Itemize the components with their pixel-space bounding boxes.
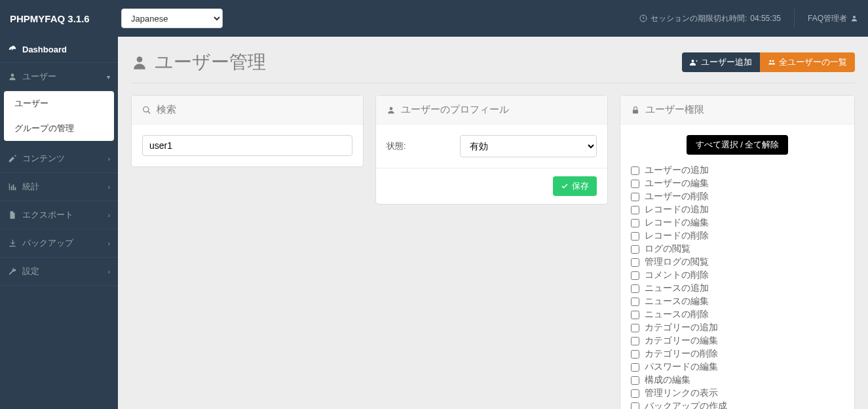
toggle-all-button[interactable]: すべて選択 / 全て解除 (687, 135, 789, 155)
permission-label: ニュースの削除 (645, 309, 709, 321)
divider (794, 9, 795, 28)
nav-backup[interactable]: バックアップ › (0, 229, 118, 258)
svg-point-5 (770, 60, 772, 62)
all-users-button[interactable]: 全ユーザーの一覧 (760, 52, 855, 72)
permission-checkbox[interactable] (631, 166, 639, 175)
lock-icon (631, 106, 640, 115)
permission-item: カテゴリーの編集 (631, 334, 844, 347)
card-title: ユーザー権限 (645, 104, 704, 116)
subnav-groups[interactable]: グループの管理 (4, 116, 114, 141)
permission-label: カテゴリーの編集 (645, 335, 718, 347)
permission-label: ユーザーの編集 (645, 178, 709, 189)
nav-label: 統計 (22, 181, 39, 193)
file-icon (8, 210, 17, 220)
user-icon (850, 14, 858, 22)
button-label: ユーザー追加 (701, 56, 752, 68)
nav-label: ユーザー (22, 71, 56, 83)
wrench-icon (8, 267, 17, 276)
permission-item: ユーザーの編集 (631, 177, 844, 190)
permission-checkbox[interactable] (631, 389, 639, 398)
permission-checkbox[interactable] (631, 258, 639, 267)
permission-checkbox[interactable] (631, 298, 639, 306)
permission-checkbox[interactable] (631, 271, 639, 280)
nav-dashboard[interactable]: Dashboard (0, 37, 118, 63)
permission-item: 管理リンクの表示 (631, 387, 844, 400)
permission-checkbox[interactable] (631, 193, 639, 201)
nav-label: 設定 (22, 265, 39, 277)
permission-checkbox[interactable] (631, 206, 639, 214)
chevron-down-icon: ▾ (107, 73, 110, 81)
user-icon (387, 106, 396, 115)
nav-label: Dashboard (22, 45, 67, 54)
user-icon (131, 54, 148, 71)
permission-item: カテゴリーの追加 (631, 321, 844, 334)
svg-point-4 (692, 60, 694, 62)
nav-export[interactable]: エクスポート › (0, 201, 118, 229)
permission-item: カテゴリーの削除 (631, 347, 844, 360)
download-icon (8, 239, 17, 248)
permission-label: 管理ログの閲覧 (645, 256, 709, 268)
permission-item: レコードの編集 (631, 216, 844, 229)
svg-point-8 (390, 107, 393, 110)
save-button[interactable]: 保存 (553, 176, 597, 196)
sidebar: Dashboard ユーザー ▾ ユーザー グループの管理 コンテンツ › 統計… (0, 37, 118, 409)
permission-checkbox[interactable] (631, 219, 639, 227)
permission-item: 構成の編集 (631, 374, 844, 387)
search-card: 検索 (131, 95, 364, 167)
status-label: 状態: (387, 140, 452, 152)
chevron-right-icon: › (108, 184, 110, 191)
permission-label: レコードの編集 (645, 217, 709, 229)
profile-card: ユーザーのプロフィール 状態: 有効 保存 (375, 95, 608, 204)
svg-point-2 (11, 73, 14, 77)
nav-label: エクスポート (22, 209, 73, 221)
nav-stats[interactable]: 統計 › (0, 173, 118, 201)
status-select[interactable]: 有効 (460, 135, 597, 157)
permission-item: レコードの追加 (631, 203, 844, 216)
permission-item: コメントの削除 (631, 269, 844, 282)
permission-item: ニュースの編集 (631, 295, 844, 308)
svg-point-3 (137, 56, 143, 62)
subnav-users[interactable]: ユーザー (4, 91, 114, 116)
search-icon (142, 106, 151, 115)
permission-label: ニュースの追加 (645, 282, 709, 294)
svg-rect-9 (633, 109, 638, 113)
chevron-right-icon: › (108, 268, 110, 275)
permission-label: 構成の編集 (645, 374, 690, 386)
button-label: 保存 (572, 180, 589, 192)
nav-label: バックアップ (22, 237, 73, 249)
permission-item: レコードの削除 (631, 229, 844, 243)
permission-checkbox[interactable] (631, 376, 639, 385)
permission-checkbox[interactable] (631, 311, 639, 319)
permission-item: ログの閲覧 (631, 243, 844, 256)
permission-checkbox[interactable] (631, 245, 639, 254)
permission-label: コメントの削除 (645, 269, 709, 281)
permission-label: ログの閲覧 (645, 243, 690, 255)
search-input[interactable] (142, 135, 352, 156)
language-select[interactable]: Japanese (121, 9, 223, 28)
permission-item: パスワードの編集 (631, 360, 844, 374)
add-user-button[interactable]: ユーザー追加 (682, 52, 760, 72)
card-title: 検索 (157, 104, 176, 116)
permission-checkbox[interactable] (631, 363, 639, 372)
permission-checkbox[interactable] (631, 180, 639, 188)
permission-item: ニュースの追加 (631, 282, 844, 295)
permission-label: ユーザーの追加 (645, 165, 709, 176)
permission-item: 管理ログの閲覧 (631, 256, 844, 269)
permission-checkbox[interactable] (631, 232, 639, 241)
permission-checkbox[interactable] (631, 402, 639, 410)
nav-settings[interactable]: 設定 › (0, 258, 118, 286)
clock-icon (639, 14, 647, 22)
permission-item: バックアップの作成 (631, 400, 844, 409)
admin-link[interactable]: FAQ管理者 (808, 13, 858, 24)
permission-checkbox[interactable] (631, 337, 639, 345)
card-title: ユーザーのプロフィール (401, 104, 509, 116)
permission-checkbox[interactable] (631, 324, 639, 332)
nav-content[interactable]: コンテンツ › (0, 145, 118, 173)
nav-users[interactable]: ユーザー ▾ (0, 63, 118, 91)
permission-label: 管理リンクの表示 (645, 387, 718, 399)
permission-checkbox[interactable] (631, 284, 639, 293)
dashboard-icon (8, 45, 17, 54)
users-icon (768, 58, 776, 66)
chevron-right-icon: › (108, 240, 110, 247)
permission-checkbox[interactable] (631, 350, 639, 359)
